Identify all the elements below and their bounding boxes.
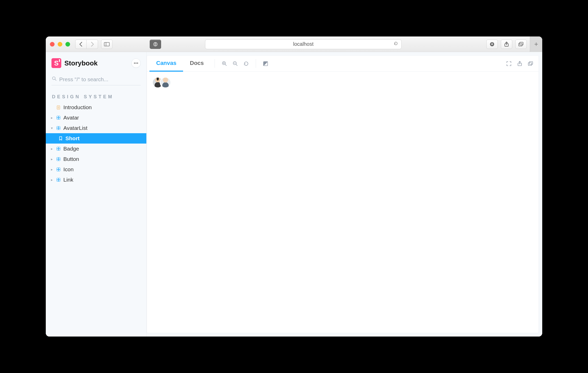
address-bar[interactable]: localhost [205, 39, 402, 49]
nav-label: Short [65, 135, 80, 141]
chevron-right-icon: ▸ [50, 116, 54, 120]
nav-label: Button [63, 156, 79, 162]
svg-line-18 [236, 64, 237, 66]
tabs-button[interactable] [515, 40, 527, 49]
tab-canvas[interactable]: Canvas [149, 56, 183, 72]
chevron-right-icon: ▸ [50, 147, 54, 151]
tab-label: Canvas [156, 60, 176, 66]
chevron-right-icon: ▸ [50, 167, 54, 171]
background-toggle-button[interactable] [260, 56, 271, 71]
tab-label: Docs [190, 60, 204, 66]
storybook-app: S Storybook DESIGN SYSTEM Introduction [46, 52, 542, 337]
zoom-in-button[interactable] [219, 56, 230, 71]
nav-item-icon[interactable]: ▸ Icon [46, 164, 146, 175]
svg-rect-0 [104, 42, 109, 46]
nav-item-avatarlist[interactable]: ▾ AvatarList [46, 123, 146, 133]
storybook-logo-icon: S [51, 58, 61, 68]
svg-line-12 [55, 79, 56, 81]
browser-titlebar: localhost + [46, 36, 542, 52]
avatar-list [152, 77, 533, 88]
main-panel: Canvas Docs [147, 55, 539, 333]
nav-item-short[interactable]: Short [46, 133, 146, 144]
zoom-reset-button[interactable] [241, 56, 252, 71]
sidebar-header: S Storybook [46, 57, 146, 71]
nav-label: Avatar [63, 115, 79, 121]
tab-docs[interactable]: Docs [183, 56, 210, 72]
document-icon [56, 105, 61, 110]
sidebar: S Storybook DESIGN SYSTEM Introduction [46, 52, 147, 337]
back-button[interactable] [75, 40, 87, 49]
sidebar-toggle-button[interactable] [101, 40, 112, 49]
copy-link-button[interactable] [525, 56, 536, 71]
component-icon [56, 126, 61, 130]
nav-label: Introduction [63, 104, 92, 110]
component-icon [56, 157, 61, 161]
nav-label: AvatarList [63, 125, 87, 131]
nav-item-introduction[interactable]: Introduction [46, 102, 146, 113]
component-icon [56, 146, 61, 151]
open-tab-button[interactable] [514, 56, 525, 71]
component-icon [56, 177, 61, 182]
svg-rect-23 [529, 62, 533, 64]
chevron-right-icon: ▸ [50, 157, 54, 161]
svg-line-14 [225, 64, 227, 66]
fullscreen-button[interactable] [503, 56, 514, 71]
new-tab-button[interactable]: + [530, 36, 542, 52]
preview-toolbar: Canvas Docs [147, 56, 539, 72]
forward-button[interactable] [87, 40, 98, 49]
downloads-button[interactable] [486, 40, 498, 49]
section-label: DESIGN SYSTEM [46, 86, 146, 102]
nav-label: Badge [63, 146, 79, 152]
close-window-button[interactable] [50, 42, 55, 47]
reload-icon[interactable] [394, 41, 398, 47]
svg-point-10 [137, 63, 138, 64]
safari-window: localhost + S Storybook [46, 36, 542, 337]
divider [215, 59, 215, 68]
canvas-area [147, 72, 539, 333]
address-text: localhost [293, 41, 314, 47]
chevron-down-icon: ▾ [50, 126, 54, 130]
nav-label: Icon [63, 166, 74, 173]
app-title: Storybook [64, 59, 98, 67]
privacy-button[interactable] [150, 40, 161, 49]
nav-item-avatar[interactable]: ▸ Avatar [46, 113, 146, 123]
titlebar-right [486, 40, 527, 49]
nav-item-button[interactable]: ▸ Button [46, 154, 146, 164]
minimize-window-button[interactable] [58, 42, 62, 47]
component-icon [56, 167, 61, 172]
sidebar-menu-button[interactable] [131, 58, 141, 68]
maximize-window-button[interactable] [65, 42, 70, 47]
svg-rect-6 [519, 43, 522, 46]
share-button[interactable] [501, 40, 512, 49]
search-input[interactable] [51, 74, 141, 85]
nav-item-link[interactable]: ▸ Link [46, 175, 146, 185]
svg-rect-7 [520, 42, 523, 45]
divider [256, 59, 256, 68]
nav-label: Link [63, 177, 73, 183]
search-field[interactable] [51, 74, 141, 85]
svg-point-11 [52, 77, 55, 80]
component-icon [56, 115, 61, 120]
bookmark-icon [58, 136, 63, 141]
svg-point-9 [135, 63, 137, 64]
avatar [160, 77, 171, 88]
zoom-out-button[interactable] [230, 56, 241, 71]
nav-buttons [75, 40, 98, 49]
window-controls [50, 42, 70, 47]
svg-rect-3 [155, 43, 156, 45]
tabs: Canvas Docs [149, 56, 210, 71]
chevron-right-icon: ▸ [50, 178, 54, 182]
nav-tree: Introduction ▸ Avatar ▾ AvatarList Shor [46, 102, 146, 185]
search-icon [52, 76, 57, 82]
svg-point-8 [134, 63, 135, 64]
svg-rect-22 [528, 63, 532, 65]
nav-item-badge[interactable]: ▸ Badge [46, 144, 146, 154]
